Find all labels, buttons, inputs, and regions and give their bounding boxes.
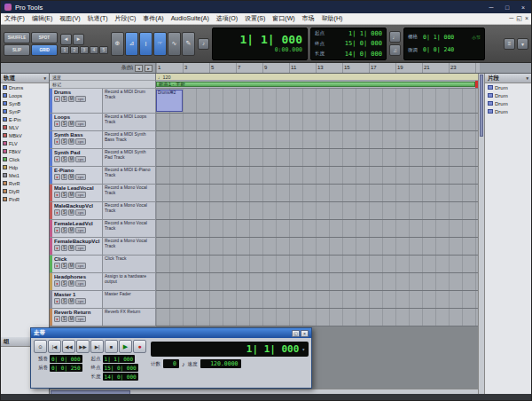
go-to-end-button[interactable]: ▶| xyxy=(90,340,104,353)
child-minimize-button[interactable]: ─ xyxy=(509,15,513,22)
track-view-selector[interactable]: cps xyxy=(75,263,86,269)
clips-header[interactable]: 片段 ▾ xyxy=(485,74,531,83)
solo-button[interactable]: S xyxy=(61,121,67,127)
mode-spot-button[interactable]: SPOT xyxy=(31,32,58,43)
stop-button[interactable]: ■ xyxy=(105,340,118,353)
transport-field-value[interactable]: 14| 0| 000 xyxy=(103,373,138,381)
zoom-preset-2-button[interactable]: 2 xyxy=(70,46,79,54)
record-enable-button[interactable]: ● xyxy=(54,209,60,216)
track-list-item[interactable]: Mst1 xyxy=(1,171,49,179)
track-view-selector[interactable]: cps xyxy=(75,138,86,145)
online-button[interactable]: ⊙ xyxy=(34,340,47,353)
solo-button[interactable]: S xyxy=(61,227,67,233)
track-view-selector[interactable]: cps xyxy=(75,96,86,102)
track-name-cell[interactable]: E-Piano●SMcps xyxy=(50,167,103,185)
grabber-tool-icon[interactable]: ☞ xyxy=(153,32,167,56)
record-enable-button[interactable]: ● xyxy=(54,121,60,127)
mute-button[interactable]: M xyxy=(68,263,74,269)
selection-field-value[interactable]: 15| 0| 000 xyxy=(345,40,382,47)
track-list-item[interactable]: Click xyxy=(1,155,49,163)
record-enable-button[interactable]: ● xyxy=(54,245,60,251)
return-to-zero-button[interactable]: |◀ xyxy=(48,340,61,353)
track-lane[interactable] xyxy=(156,202,478,220)
record-enable-button[interactable]: ● xyxy=(54,174,60,180)
menu-item-编辑[interactable]: 编辑(E) xyxy=(28,15,56,21)
transport-titlebar[interactable]: 走带 ◱ × xyxy=(31,328,311,338)
tempo-ruler-label[interactable]: 速度 xyxy=(50,74,156,81)
scrubber-tool-icon[interactable]: ∿ xyxy=(168,32,181,56)
clip-list-item[interactable]: Drum xyxy=(485,91,531,99)
counter-dropdown-icon[interactable]: ▾ xyxy=(301,346,305,352)
audition-speaker-icon[interactable]: ♪ xyxy=(198,38,209,50)
solo-button[interactable]: S xyxy=(61,209,67,216)
child-restore-button[interactable]: ◱ xyxy=(516,15,522,22)
mute-button[interactable]: M xyxy=(68,316,74,322)
menu-item-窗口[interactable]: 窗口(W) xyxy=(269,15,298,21)
record-enable-button[interactable]: ● xyxy=(54,316,60,322)
record-enable-button[interactable]: ● xyxy=(54,298,60,304)
transport-close-icon[interactable]: × xyxy=(301,330,309,337)
tempo-ruler-lane[interactable]: ♩120 xyxy=(156,74,478,81)
record-enable-button[interactable]: ● xyxy=(54,138,60,145)
track-view-selector[interactable]: cps xyxy=(75,245,86,251)
solo-button[interactable]: S xyxy=(61,245,67,251)
bars-beats-ruler[interactable]: 1357911131517192123 xyxy=(156,63,480,73)
solo-button[interactable]: S xyxy=(61,298,67,304)
count-off-icon[interactable]: ♫ xyxy=(389,44,401,56)
zoom-in-icon[interactable]: ► xyxy=(73,34,84,45)
vertical-scrollbar[interactable] xyxy=(478,74,485,396)
mute-button[interactable]: M xyxy=(68,298,74,304)
ruler-back-icon[interactable]: ◂ xyxy=(135,65,143,72)
record-enable-button[interactable]: ● xyxy=(54,227,60,233)
mute-button[interactable]: M xyxy=(68,280,74,287)
zoom-preset-1-button[interactable]: 1 xyxy=(60,46,69,54)
chevron-down-icon[interactable]: ▾ xyxy=(517,38,528,50)
transport-field-value[interactable]: 1| 1| 000 xyxy=(103,355,136,363)
track-lane[interactable] xyxy=(156,273,478,291)
maximize-button[interactable]: □ xyxy=(499,1,515,13)
mute-button[interactable]: M xyxy=(68,156,74,162)
track-lane[interactable] xyxy=(156,256,478,273)
zoom-preset-5-button[interactable]: 5 xyxy=(99,46,108,54)
mute-button[interactable]: M xyxy=(68,245,74,251)
main-counter-display[interactable]: 1| 1| 000 0:00.000 xyxy=(212,28,308,60)
track-list-item[interactable]: SynP xyxy=(1,107,49,115)
selection-field-value[interactable]: 14| 0| 000 xyxy=(345,51,382,58)
record-enable-button[interactable]: ● xyxy=(54,156,60,162)
track-name-cell[interactable]: Synth Bass●SMcps xyxy=(50,131,103,149)
menu-item-轨道[interactable]: 轨道(T) xyxy=(84,15,112,21)
clip-list-item[interactable]: Drum xyxy=(485,99,531,107)
track-view-selector[interactable]: cps xyxy=(75,227,86,233)
selection-field-value[interactable]: 1| 1| 000 xyxy=(348,30,382,37)
solo-button[interactable]: S xyxy=(61,96,67,102)
child-close-button[interactable]: × xyxy=(525,15,528,22)
solo-button[interactable]: S xyxy=(61,138,67,145)
track-list-header[interactable]: 轨道 ▾ xyxy=(1,74,49,83)
grid-setting[interactable]: 栅格 0| 1| 000 小节 xyxy=(408,34,481,41)
record-enable-button[interactable]: ● xyxy=(54,263,60,269)
mute-button[interactable]: M xyxy=(68,138,74,145)
track-name-cell[interactable]: Loops●SMcps xyxy=(50,114,103,131)
mode-slip-button[interactable]: SLIP xyxy=(4,44,30,56)
track-lane[interactable] xyxy=(156,309,478,326)
zoom-preset-4-button[interactable]: 4 xyxy=(90,46,98,54)
track-name-cell[interactable]: Headphones●SMcps xyxy=(50,273,103,291)
record-enable-button[interactable]: ● xyxy=(54,96,60,102)
track-lane[interactable]: Drums用2 xyxy=(156,89,478,114)
fast-forward-button[interactable]: ▶▶ xyxy=(76,340,90,353)
mode-shuffle-button[interactable]: SHUFFLE xyxy=(4,32,30,43)
solo-button[interactable]: S xyxy=(61,192,67,198)
track-list-item[interactable]: DlyR xyxy=(1,187,49,195)
clip-list-item[interactable]: Drum xyxy=(485,83,531,91)
menu-item-AudioSuite[interactable]: AudioSuite(A) xyxy=(168,15,213,21)
track-list-item[interactable]: PinR xyxy=(1,195,49,203)
song-marker[interactable]: 歌曲1 - 主歌 xyxy=(156,82,475,87)
play-button[interactable]: ▶ xyxy=(119,340,132,353)
menu-item-视图[interactable]: 视图(V) xyxy=(56,15,83,21)
panel-menu-icon[interactable]: ▾ xyxy=(43,75,46,81)
close-button[interactable]: × xyxy=(515,1,531,13)
track-view-selector[interactable]: cps xyxy=(75,121,86,127)
toolbar-menu-icon[interactable]: ≡ xyxy=(504,38,515,50)
transport-field-value[interactable]: 0| 0| 000 xyxy=(50,355,82,363)
transport-window[interactable]: 走带 ◱ × ⊙|◀◀◀▶▶▶|■▶● 预卷0| 0| 000后卷0| 0| 2… xyxy=(30,327,312,389)
